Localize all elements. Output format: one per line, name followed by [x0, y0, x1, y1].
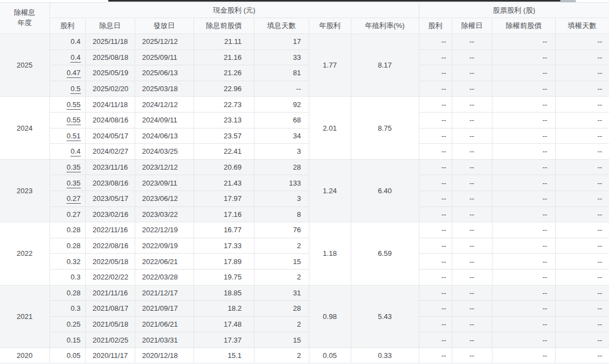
fill-rights-days-cell: --	[555, 238, 609, 254]
dividend-link[interactable]: 0.47	[67, 69, 80, 78]
ex-dividend-date-cell: 2021/05/18	[85, 316, 135, 332]
dividend-link[interactable]: 0.4	[70, 147, 80, 156]
fill-days-cell: 28	[254, 159, 309, 175]
year-column-header: 除權息 年度	[0, 3, 49, 34]
pay-date-cell: 2021/06/21	[135, 316, 193, 332]
pay-date-cell: 2023/09/11	[135, 175, 193, 191]
ex-rights-date-cell: --	[452, 159, 492, 175]
cash-dividend-cell: 0.35	[49, 175, 85, 191]
price-before-rights-cell: --	[492, 254, 555, 270]
cash-dividend-cell: 0.55	[49, 112, 85, 128]
stock-dividend-cell: --	[419, 97, 452, 113]
cash-dividend-cell: 0.27	[49, 191, 85, 206]
pay-date-cell: 2022/09/19	[135, 238, 193, 254]
ex-rights-date-cell: --	[452, 222, 492, 238]
price-before-ex-cell: 21.26	[193, 65, 254, 81]
annual-dividend-cell: 0.05	[309, 348, 351, 363]
dividend-link[interactable]: 0.5	[70, 85, 80, 94]
price-before-ex-cell: 18.2	[193, 301, 254, 317]
dividend-link[interactable]: 0.35	[67, 179, 80, 188]
annual-yield-cell: 5.43	[351, 285, 419, 348]
stock-dividend-cell: --	[419, 285, 452, 301]
price-before-rights-cell: --	[492, 112, 555, 128]
ex-dividend-date-cell: 2022/11/16	[85, 222, 135, 238]
dividend-link[interactable]: 0.4	[70, 53, 80, 63]
price-before-rights-cell: --	[492, 34, 555, 50]
dividend-link[interactable]: 0.55	[67, 116, 80, 125]
price-before-rights-cell: --	[492, 128, 555, 144]
col-header-ex-rights-date: 除權日	[452, 18, 492, 34]
table-row: 0.32022/02/222022/03/2819.752--------	[0, 269, 609, 285]
fill-rights-days-cell: --	[555, 191, 609, 206]
price-before-ex-cell: 17.97	[193, 191, 254, 206]
dividend-link[interactable]: 0.51	[67, 132, 80, 141]
ex-rights-date-cell: --	[452, 316, 492, 332]
price-before-ex-cell: 17.16	[193, 206, 254, 222]
fill-rights-days-cell: --	[555, 144, 609, 160]
fill-days-cell: --	[254, 81, 309, 97]
table-row: 0.52025/02/202025/03/1822.96----------	[0, 81, 609, 97]
cash-dividend-cell: 0.32	[49, 254, 85, 270]
table-row: 0.42025/08/182025/09/1121.1633--------	[0, 49, 609, 65]
ex-dividend-date-cell: 2024/05/17	[85, 128, 135, 144]
ex-dividend-date-cell: 2021/02/25	[85, 332, 135, 348]
price-before-ex-cell: 21.16	[193, 49, 254, 65]
dividend-link[interactable]: 0.35	[67, 163, 80, 172]
fill-rights-days-cell: --	[555, 206, 609, 222]
annual-dividend-cell: 1.24	[309, 159, 351, 222]
ex-rights-date-cell: --	[452, 128, 492, 144]
stock-dividend-cell: --	[419, 301, 452, 317]
ex-dividend-date-cell: 2022/05/18	[85, 254, 135, 270]
price-before-ex-cell: 22.96	[193, 81, 254, 97]
stock-dividend-cell: --	[419, 49, 452, 65]
ex-rights-date-cell: --	[452, 144, 492, 160]
annual-yield-cell: 6.40	[351, 159, 419, 222]
pay-date-cell: 2021/12/17	[135, 285, 193, 301]
col-header-annual-yield: 年殖利率(%)	[351, 18, 419, 34]
ex-dividend-date-cell: 2024/08/16	[85, 112, 135, 128]
price-before-ex-cell: 19.75	[193, 269, 254, 285]
cash-dividend-cell: 0.05	[49, 348, 85, 363]
pay-date-cell: 2023/06/12	[135, 191, 193, 206]
stock-dividend-cell: --	[419, 254, 452, 270]
stock-dividend-cell: --	[419, 348, 452, 363]
price-before-rights-cell: --	[492, 49, 555, 65]
price-before-ex-cell: 15.1	[193, 348, 254, 363]
fill-rights-days-cell: --	[555, 332, 609, 348]
annual-yield-cell: 0.33	[351, 348, 419, 363]
ex-dividend-date-cell: 2022/08/16	[85, 238, 135, 254]
cash-dividend-cell: 0.27	[49, 206, 85, 222]
year-cell: 2022	[0, 222, 49, 285]
ex-rights-date-cell: --	[452, 254, 492, 270]
dividend-link[interactable]: 0.27	[67, 194, 80, 204]
pay-date-cell: 2022/03/28	[135, 269, 193, 285]
fill-days-cell: 133	[254, 175, 309, 191]
pay-date-cell: 2024/12/12	[135, 97, 193, 113]
table-row: 0.322022/05/182022/06/2117.8915--------	[0, 254, 609, 270]
stock-dividend-cell: --	[419, 65, 452, 81]
price-before-rights-cell: --	[492, 191, 555, 206]
col-header-stock-dividend: 股利	[419, 18, 452, 34]
table-row: 0.472025/05/192025/06/1321.2681--------	[0, 65, 609, 81]
annual-yield-cell: 6.59	[351, 222, 419, 285]
fill-days-cell: 3	[254, 191, 309, 206]
table-row: 0.272023/02/162023/03/2217.168--------	[0, 206, 609, 222]
annual-dividend-cell: 2.01	[309, 97, 351, 159]
ex-dividend-date-cell: 2023/02/16	[85, 206, 135, 222]
fill-rights-days-cell: --	[555, 49, 609, 65]
fill-days-cell: 2	[254, 316, 309, 332]
ex-rights-date-cell: --	[452, 206, 492, 222]
stock-dividend-cell: --	[419, 159, 452, 175]
ex-rights-date-cell: --	[452, 301, 492, 317]
ex-dividend-date-cell: 2021/08/17	[85, 301, 135, 317]
price-before-ex-cell: 16.77	[193, 222, 254, 238]
dividend-link[interactable]: 0.55	[67, 100, 80, 110]
pay-date-cell: 2024/03/25	[135, 144, 193, 160]
ex-rights-date-cell: --	[452, 175, 492, 191]
top-divider-bar	[108, 0, 561, 2]
pay-date-cell: 2023/12/12	[135, 159, 193, 175]
cash-dividend-cell: 0.35	[49, 159, 85, 175]
annual-dividend-cell: 1.77	[309, 34, 351, 97]
price-before-rights-cell: --	[492, 348, 555, 363]
ex-rights-date-cell: --	[452, 285, 492, 301]
